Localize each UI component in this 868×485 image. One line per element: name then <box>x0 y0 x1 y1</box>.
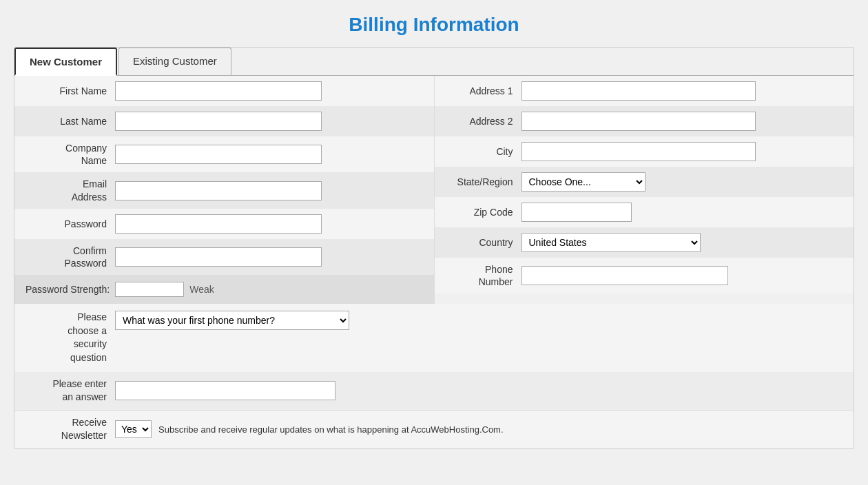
billing-form: New Customer Existing Customer First Nam… <box>14 47 854 449</box>
customer-tabs: New Customer Existing Customer <box>14 48 854 76</box>
city-input-wrap <box>521 142 843 161</box>
tab-new-customer[interactable]: New Customer <box>14 48 117 76</box>
city-input[interactable] <box>521 142 756 161</box>
password-strength-label: Password Strength: <box>25 284 110 295</box>
confirm-password-input-wrap <box>115 247 423 267</box>
state-region-input-wrap: Choose One... Alabama Alaska Arizona <box>521 172 843 192</box>
page-title: Billing Information <box>14 14 854 36</box>
newsletter-description: Subscribe and receive regular updates on… <box>158 424 504 435</box>
security-answer-label: Please enteran answer <box>25 378 115 404</box>
state-region-select[interactable]: Choose One... Alabama Alaska Arizona <box>521 172 645 192</box>
newsletter-row: ReceiveNewsletter Yes No Subscribe and r… <box>14 410 854 448</box>
country-input-wrap: United States Canada United Kingdom <box>521 233 843 252</box>
address1-row: Address 1 <box>435 76 854 106</box>
company-name-label: CompanyName <box>25 142 115 167</box>
state-region-label: State/Region <box>446 176 521 188</box>
password-row: Password <box>14 209 434 239</box>
phone-number-label: PhoneNumber <box>446 263 521 288</box>
password-strength-text: Weak <box>189 284 214 295</box>
last-name-input-wrap <box>115 112 423 131</box>
address1-input-wrap <box>521 81 843 101</box>
company-name-input-wrap <box>115 145 423 164</box>
country-select[interactable]: United States Canada United Kingdom <box>521 233 701 252</box>
first-name-row: First Name <box>14 76 434 106</box>
city-row: City <box>435 136 854 167</box>
country-label: Country <box>446 236 521 249</box>
email-address-label: EmailAddress <box>25 178 115 203</box>
email-address-input[interactable] <box>115 181 322 200</box>
confirm-password-label: ConfirmPassword <box>25 245 115 269</box>
first-name-input-wrap <box>115 81 423 101</box>
first-name-label: First Name <box>25 85 115 97</box>
form-columns: First Name Last Name CompanyName <box>14 76 854 304</box>
last-name-row: Last Name <box>14 106 434 136</box>
newsletter-content: Yes No Subscribe and receive regular upd… <box>115 420 504 438</box>
security-question-select-wrap: What was your first phone number? What i… <box>115 311 349 330</box>
address1-input[interactable] <box>521 81 756 101</box>
confirm-password-input[interactable] <box>115 247 322 267</box>
security-question-select[interactable]: What was your first phone number? What i… <box>115 311 349 330</box>
newsletter-label: ReceiveNewsletter <box>25 416 115 443</box>
password-label: Password <box>25 218 115 230</box>
tab-existing-customer[interactable]: Existing Customer <box>118 48 231 75</box>
security-answer-input-wrap <box>115 381 335 400</box>
security-answer-row: Please enteran answer <box>14 372 854 410</box>
phone-number-input-wrap <box>521 266 843 285</box>
address2-row: Address 2 <box>435 106 854 136</box>
address2-label: Address 2 <box>446 115 521 127</box>
company-name-input[interactable] <box>115 145 322 164</box>
email-address-input-wrap <box>115 181 423 200</box>
address1-label: Address 1 <box>446 85 521 97</box>
first-name-input[interactable] <box>115 81 322 101</box>
zip-code-input[interactable] <box>521 203 632 222</box>
confirm-password-row: ConfirmPassword <box>14 239 434 275</box>
company-name-row: CompanyName <box>14 136 434 172</box>
password-strength-bar <box>115 282 184 297</box>
password-input[interactable] <box>115 214 322 234</box>
password-strength-row: Password Strength: Weak <box>14 275 434 304</box>
zip-code-input-wrap <box>521 203 843 222</box>
zip-code-row: Zip Code <box>435 197 854 227</box>
security-answer-input[interactable] <box>115 381 335 400</box>
country-row: Country United States Canada United King… <box>435 227 854 258</box>
last-name-input[interactable] <box>115 112 322 131</box>
newsletter-select[interactable]: Yes No <box>115 420 152 438</box>
last-name-label: Last Name <box>25 115 115 127</box>
password-input-wrap <box>115 214 423 234</box>
address2-input-wrap <box>521 112 843 131</box>
right-column: Address 1 Address 2 City <box>434 76 854 304</box>
security-question-label: Pleasechoose asecurityquestion <box>25 311 115 364</box>
left-column: First Name Last Name CompanyName <box>14 76 434 304</box>
email-address-row: EmailAddress <box>14 172 434 208</box>
city-label: City <box>446 145 521 158</box>
phone-number-input[interactable] <box>521 266 728 285</box>
address2-input[interactable] <box>521 112 756 131</box>
state-region-row: State/Region Choose One... Alabama Alask… <box>435 167 854 197</box>
phone-number-row: PhoneNumber <box>435 258 854 293</box>
security-question-row: Pleasechoose asecurityquestion What was … <box>14 304 854 371</box>
zip-code-label: Zip Code <box>446 206 521 218</box>
